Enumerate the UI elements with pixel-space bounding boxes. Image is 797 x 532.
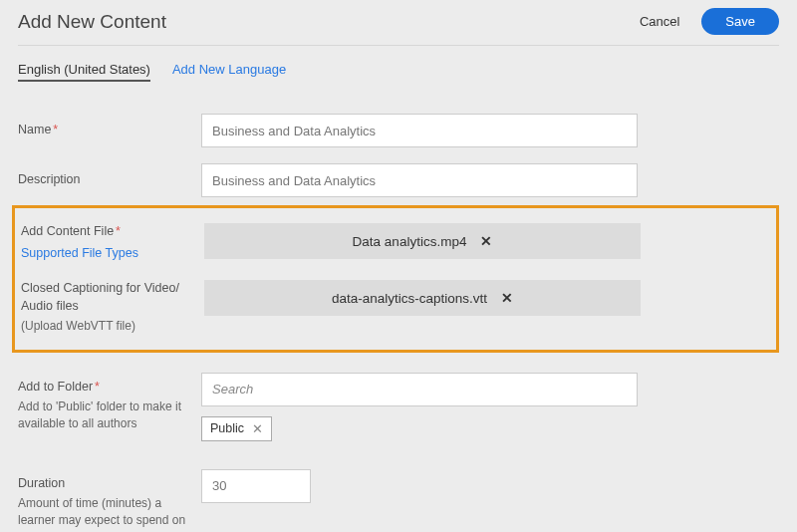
name-input[interactable] xyxy=(201,114,638,147)
required-indicator: * xyxy=(53,123,58,136)
dialog-header: Add New Content Cancel Save xyxy=(18,0,779,46)
label-duration: Duration Amount of time (minutes) a lear… xyxy=(18,469,201,532)
label-duration-hint: Amount of time (minutes) a learner may e… xyxy=(18,495,201,532)
remove-content-file-icon[interactable]: ✕ xyxy=(480,233,492,249)
remove-folder-tag-icon[interactable]: ✕ xyxy=(252,421,263,436)
tab-language-english[interactable]: English (United States) xyxy=(18,62,150,82)
required-indicator: * xyxy=(95,380,100,394)
label-captions: Closed Captioning for Video/ Audio files… xyxy=(15,280,204,335)
row-folder: Add to Folder* Add to 'Public' folder to… xyxy=(18,365,779,449)
folder-tag-label: Public xyxy=(210,421,244,435)
row-captions-file: Closed Captioning for Video/ Audio files… xyxy=(15,271,770,344)
page-title: Add New Content xyxy=(18,11,166,33)
row-description: Description xyxy=(18,155,779,205)
file-upload-highlight: Add Content File* Supported File Types D… xyxy=(12,205,779,353)
label-content-file: Add Content File* Supported File Types xyxy=(15,223,204,262)
label-duration-text: Duration xyxy=(18,476,65,490)
content-file-chip[interactable]: Data analytics.mp4 ✕ xyxy=(204,223,641,259)
add-language-link[interactable]: Add New Language xyxy=(172,62,286,82)
required-indicator: * xyxy=(116,224,121,238)
supported-file-types-link[interactable]: Supported File Types xyxy=(21,245,204,263)
row-content-file: Add Content File* Supported File Types D… xyxy=(15,214,770,271)
remove-captions-file-icon[interactable]: ✕ xyxy=(501,290,513,306)
label-description: Description xyxy=(18,171,201,189)
label-name-text: Name xyxy=(18,123,51,136)
label-folder-text: Add to Folder xyxy=(18,380,93,394)
label-content-file-text: Add Content File xyxy=(21,224,114,238)
folder-search-input[interactable] xyxy=(201,373,638,406)
label-name: Name* xyxy=(18,122,201,139)
save-button[interactable]: Save xyxy=(701,8,779,35)
row-name: Name* xyxy=(18,106,779,155)
row-duration: Duration Amount of time (minutes) a lear… xyxy=(18,461,779,532)
label-captions-text: Closed Captioning for Video/ Audio files xyxy=(21,281,179,313)
folder-tag-public[interactable]: Public ✕ xyxy=(201,416,272,441)
duration-input[interactable] xyxy=(201,469,311,503)
captions-file-chip[interactable]: data-analytics-captions.vtt ✕ xyxy=(204,280,641,316)
label-folder: Add to Folder* Add to 'Public' folder to… xyxy=(18,373,201,432)
label-folder-hint: Add to 'Public' folder to make it availa… xyxy=(18,399,201,432)
language-tabs: English (United States) Add New Language xyxy=(18,62,779,82)
content-file-name: Data analytics.mp4 xyxy=(353,234,467,249)
label-captions-hint: (Upload WebVTT file) xyxy=(21,318,204,335)
captions-file-name: data-analytics-captions.vtt xyxy=(332,291,487,306)
cancel-button[interactable]: Cancel xyxy=(640,14,679,29)
description-input[interactable] xyxy=(201,163,638,197)
